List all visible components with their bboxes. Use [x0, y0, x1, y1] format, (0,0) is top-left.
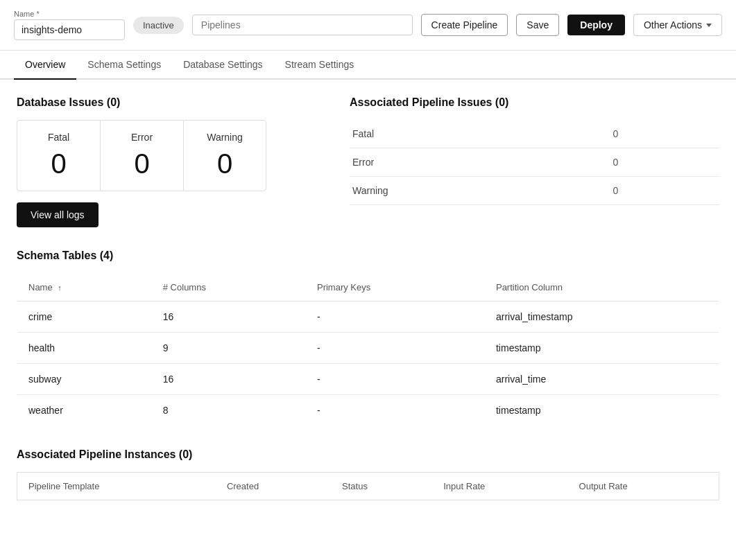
- schema-table-header: Name ↑ # Columns Primary Keys Partition …: [17, 274, 719, 301]
- deploy-button[interactable]: Deploy: [567, 15, 625, 35]
- warning-label: Warning: [200, 132, 249, 143]
- col-status: Status: [331, 473, 432, 500]
- row-name: health: [17, 333, 152, 364]
- name-label: Name *: [14, 10, 125, 18]
- warning-value: 0: [200, 148, 249, 180]
- row-columns: 16: [152, 364, 306, 395]
- database-issues-title: Database Issues (0): [17, 96, 322, 109]
- issue-cards: Fatal 0 Error 0 Warning 0: [17, 120, 322, 191]
- pipeline-warning-label: Warning: [350, 177, 602, 205]
- pipeline-error-row: Error 0: [350, 148, 719, 177]
- pipeline-issues-table: Fatal 0 Error 0 Warning 0: [350, 120, 719, 205]
- fatal-card: Fatal 0: [17, 120, 100, 191]
- row-partition-col: arrival_time: [485, 364, 719, 395]
- tab-overview[interactable]: Overview: [14, 51, 76, 80]
- pipeline-error-label: Error: [350, 148, 602, 177]
- view-all-logs-button[interactable]: View all logs: [17, 202, 99, 227]
- main-content: Database Issues (0) Fatal 0 Error 0 Warn…: [0, 80, 736, 517]
- row-columns: 8: [152, 395, 306, 426]
- col-input-rate: Input Rate: [432, 473, 567, 500]
- schema-tables-title: Schema Tables (4): [17, 250, 719, 262]
- pipeline-warning-value: 0: [602, 177, 719, 205]
- schema-table: Name ↑ # Columns Primary Keys Partition …: [17, 273, 719, 426]
- col-columns: # Columns: [152, 274, 306, 301]
- row-partition-col: timestamp: [485, 395, 719, 426]
- pipeline-issues-title: Associated Pipeline Issues (0): [350, 96, 719, 109]
- col-created: Created: [216, 473, 331, 500]
- table-row: crime 16 - arrival_timestamp: [17, 301, 719, 333]
- error-card: Error 0: [100, 120, 183, 191]
- pipelines-input[interactable]: [192, 15, 413, 35]
- name-input[interactable]: [14, 19, 125, 40]
- col-name[interactable]: Name ↑: [17, 274, 152, 301]
- tab-schema-settings[interactable]: Schema Settings: [76, 51, 172, 80]
- col-primary-keys: Primary Keys: [306, 274, 485, 301]
- row-name: crime: [17, 301, 152, 333]
- col-pipeline-template: Pipeline Template: [17, 473, 216, 500]
- row-name: weather: [17, 395, 152, 426]
- database-issues-section: Database Issues (0) Fatal 0 Error 0 Warn…: [17, 96, 322, 227]
- fatal-value: 0: [34, 148, 83, 180]
- pipeline-error-value: 0: [602, 148, 719, 177]
- sort-arrow-icon: ↑: [58, 283, 62, 292]
- row-columns: 9: [152, 333, 306, 364]
- tab-bar: Overview Schema Settings Database Settin…: [0, 51, 736, 80]
- error-value: 0: [117, 148, 166, 180]
- table-row: health 9 - timestamp: [17, 333, 719, 364]
- warning-card: Warning 0: [183, 120, 266, 191]
- status-badge: Inactive: [133, 17, 184, 34]
- table-row: subway 16 - arrival_time: [17, 364, 719, 395]
- save-button[interactable]: Save: [516, 14, 559, 36]
- row-primary-keys: -: [306, 333, 485, 364]
- pipeline-instances-table: Pipeline Template Created Status Input R…: [17, 472, 719, 500]
- pipeline-fatal-value: 0: [602, 120, 719, 148]
- tab-stream-settings[interactable]: Stream Settings: [274, 51, 366, 80]
- other-actions-button[interactable]: Other Actions: [633, 14, 722, 36]
- row-partition-col: arrival_timestamp: [485, 301, 719, 333]
- schema-tables-section: Schema Tables (4) Name ↑ # Columns Prima…: [17, 250, 719, 426]
- row-primary-keys: -: [306, 301, 485, 333]
- fatal-label: Fatal: [34, 132, 83, 143]
- pipeline-instances-header: Pipeline Template Created Status Input R…: [17, 473, 719, 500]
- pipeline-fatal-row: Fatal 0: [350, 120, 719, 148]
- col-output-rate: Output Rate: [568, 473, 719, 500]
- pipeline-warning-row: Warning 0: [350, 177, 719, 205]
- header: Name * Inactive Create Pipeline Save Dep…: [0, 0, 736, 51]
- tab-database-settings[interactable]: Database Settings: [172, 51, 273, 80]
- row-primary-keys: -: [306, 395, 485, 426]
- chevron-down-icon: [706, 24, 712, 27]
- row-name: subway: [17, 364, 152, 395]
- col-partition-column: Partition Column: [485, 274, 719, 301]
- pipeline-fatal-label: Fatal: [350, 120, 602, 148]
- pipeline-instances-title: Associated Pipeline Instances (0): [17, 448, 719, 461]
- error-label: Error: [117, 132, 166, 143]
- create-pipeline-button[interactable]: Create Pipeline: [421, 14, 508, 36]
- associated-pipeline-issues-section: Associated Pipeline Issues (0) Fatal 0 E…: [350, 96, 719, 227]
- pipeline-instances-section: Associated Pipeline Instances (0) Pipeli…: [17, 448, 719, 500]
- table-row: weather 8 - timestamp: [17, 395, 719, 426]
- row-partition-col: timestamp: [485, 333, 719, 364]
- row-columns: 16: [152, 301, 306, 333]
- row-primary-keys: -: [306, 364, 485, 395]
